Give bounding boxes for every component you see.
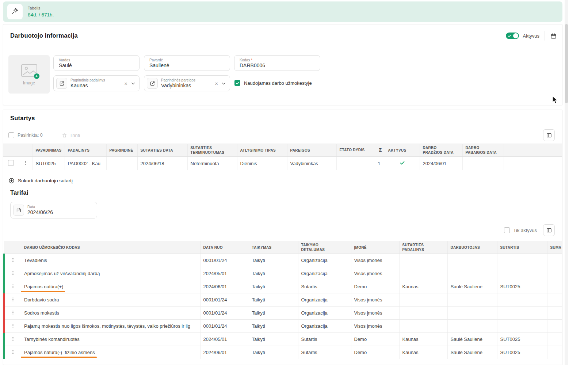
col-taikymas[interactable]: Taikymas (249, 241, 298, 254)
timesheet-pin-button[interactable] (7, 4, 23, 19)
contracts-header-row: Pavadinimas Padalinys Pagrindinė Sutarti… (3, 144, 562, 157)
select-all-checkbox[interactable] (8, 132, 14, 138)
col-data-nuo[interactable]: Data nuo (200, 241, 249, 254)
employee-photo-upload[interactable]: + Image (8, 55, 50, 94)
trash-icon (62, 133, 67, 138)
tariffs-date-field[interactable]: Data 2024/06/26 (10, 202, 97, 218)
tariff-row[interactable]: Darbdavio sodra 0001/01/24 Taikyti Organ… (4, 293, 562, 307)
tariffs-toolbar: Tik aktyvūs (3, 224, 562, 236)
active-toggle[interactable] (506, 33, 519, 39)
kebab-menu-icon[interactable] (10, 270, 16, 276)
col-imone[interactable]: Įmonė (351, 241, 399, 254)
col-darbuotojas[interactable]: Darbuotojas (447, 241, 497, 254)
code-field[interactable]: Kodas * DARB0006 (234, 55, 320, 71)
tariff-row[interactable]: Pajamos natūra(-)_fizinio asmens 2024/06… (4, 346, 562, 359)
col-padalinys[interactable]: Padalinys (65, 144, 106, 157)
required-mark: * (251, 58, 252, 62)
tariffs-header-row: Darbo užmokesčio kodas Data nuo Taikymas… (4, 241, 562, 254)
tariff-code: Darbdavio sodra (24, 297, 59, 303)
first-name-field[interactable]: Vardas Saulė (53, 55, 140, 71)
col-pradzios-data[interactable]: Darbo pradžios data (420, 144, 462, 157)
tariff-suma (547, 346, 562, 359)
col-terminuotumas[interactable]: Sutarties terminuotumas (187, 144, 237, 157)
tariff-row-menu-cell (4, 280, 21, 293)
kebab-menu-icon[interactable] (10, 297, 16, 302)
tariff-code-cell: Pajamos natūra(+) (21, 280, 200, 293)
kebab-menu-icon[interactable] (10, 349, 16, 355)
contract-row[interactable]: SUT0025 PAD0002 - Kau 2024/06/18 Netermi… (3, 157, 562, 170)
tariff-row[interactable]: Pajamos natūra(+) 2024/06/01 Taikyti Sut… (4, 280, 562, 293)
sum-icon[interactable]: Σ (379, 147, 382, 153)
tariff-data-nuo: 2024/05/01 (200, 267, 249, 280)
col-sutarties-data[interactable]: Sutarties data (137, 144, 187, 157)
row-checkbox[interactable] (8, 160, 14, 166)
col-sutarties-padalinys[interactable]: Sutarties padalinys (399, 241, 447, 254)
only-active-checkbox[interactable] (504, 227, 510, 233)
kebab-menu-icon[interactable] (10, 323, 16, 328)
tariff-darbuotojas (447, 307, 497, 320)
tariff-detalumas: Sutartis (298, 346, 351, 359)
col-atlyginimo-tipas[interactable]: Atlyginimo tipas (237, 144, 287, 157)
main-department-select[interactable]: Pagrindinis padalinys Kaunas × (53, 75, 140, 91)
col-sutartis[interactable]: Sutartis (497, 241, 547, 254)
col-pabaigos-data[interactable]: Darbo pabaigos data (462, 144, 504, 157)
tariff-code-cell: Pajamų mokestis nuo ligos išmokos, motin… (21, 320, 200, 333)
col-pareigos[interactable]: Pareigos (287, 144, 336, 157)
columns-settings-button[interactable] (543, 129, 555, 141)
tariff-data-nuo: 0001/01/24 (200, 254, 249, 267)
tariffs-section-title: Tarifai (10, 189, 562, 196)
tariff-taikymas: Taikyti (249, 333, 298, 346)
tariff-row[interactable]: Tėvadienis 0001/01/24 Taikyti Organizaci… (4, 254, 562, 267)
chevron-down-icon[interactable] (221, 81, 226, 86)
open-position-button[interactable] (147, 78, 158, 89)
col-row-menu (19, 144, 33, 157)
first-name-label: Vardas (59, 58, 72, 62)
col-kodas[interactable]: Darbo užmokesčio kodas (21, 241, 200, 254)
tariff-sutarties-padalinys (399, 320, 447, 333)
last-name-field[interactable]: Pavardė Saulienė (144, 55, 230, 71)
main-position-value: Vadybininkas (161, 83, 195, 88)
tariff-detalumas: Organizacija (298, 320, 351, 333)
kebab-menu-icon[interactable] (23, 160, 28, 166)
chevron-down-icon[interactable] (131, 81, 135, 86)
open-department-button[interactable] (56, 78, 67, 89)
col-pavadinimas[interactable]: Pavadinimas (33, 144, 65, 157)
tariff-imone: Demo (351, 333, 399, 346)
vertical-scrollbar[interactable] (565, 0, 568, 365)
kebab-menu-icon[interactable] (10, 284, 16, 289)
columns-settings-button[interactable] (543, 224, 555, 236)
contract-row-menu-cell (19, 157, 33, 170)
contract-pagrindine (106, 157, 137, 170)
clear-icon[interactable]: × (214, 81, 219, 86)
add-photo-badge[interactable]: + (34, 73, 39, 79)
contract-padalinys: PAD0002 - Kau (65, 157, 106, 170)
col-aktyvus[interactable]: Aktyvus (385, 144, 420, 157)
kebab-menu-icon[interactable] (10, 310, 16, 315)
payroll-checkbox[interactable] (234, 80, 240, 86)
date-label: Data (27, 205, 53, 209)
tariff-row[interactable]: Apmokėjimas už viršvalandinį darbą 2024/… (4, 267, 562, 280)
tariff-row[interactable]: Sodros mokestis 0001/01/24 Taikyti Organ… (4, 307, 562, 320)
create-contract-button[interactable]: Sukurti darbuotojo sutartį (8, 178, 73, 184)
tariff-data-nuo: 2024/06/01 (200, 346, 249, 359)
tariff-row[interactable]: Tarnybinės komandiruotės 2024/05/01 Taik… (4, 333, 562, 346)
selected-count: Pasirinkta: 0 (18, 133, 43, 138)
delete-button[interactable]: Trinti (62, 133, 80, 138)
tariff-row[interactable]: Pajamų mokestis nuo ligos išmokos, motin… (4, 320, 562, 333)
main-position-select[interactable]: Pagrindinės pareigos Vadybininkas × (144, 75, 230, 91)
history-calendar-button[interactable] (550, 33, 557, 39)
main-department-value: Kaunas (70, 83, 105, 88)
last-name-label: Pavardė (149, 58, 169, 62)
col-pagrindine[interactable]: Pagrindinė (106, 144, 137, 157)
scrollbar-thumb[interactable] (565, 24, 568, 103)
col-detalumas[interactable]: Taikymo detalumas (298, 241, 351, 254)
tariff-data-nuo: 0001/01/24 (200, 307, 249, 320)
employee-header-actions: Aktyvus (506, 30, 557, 41)
clear-icon[interactable]: × (123, 81, 128, 86)
tariff-sutarties-padalinys (399, 293, 447, 307)
col-suma[interactable]: Suma (547, 241, 562, 254)
kebab-menu-icon[interactable] (10, 257, 16, 263)
kebab-menu-icon[interactable] (10, 336, 16, 342)
col-etato-dydis[interactable]: Etato dydisΣ (336, 144, 385, 157)
check-icon (236, 81, 240, 85)
